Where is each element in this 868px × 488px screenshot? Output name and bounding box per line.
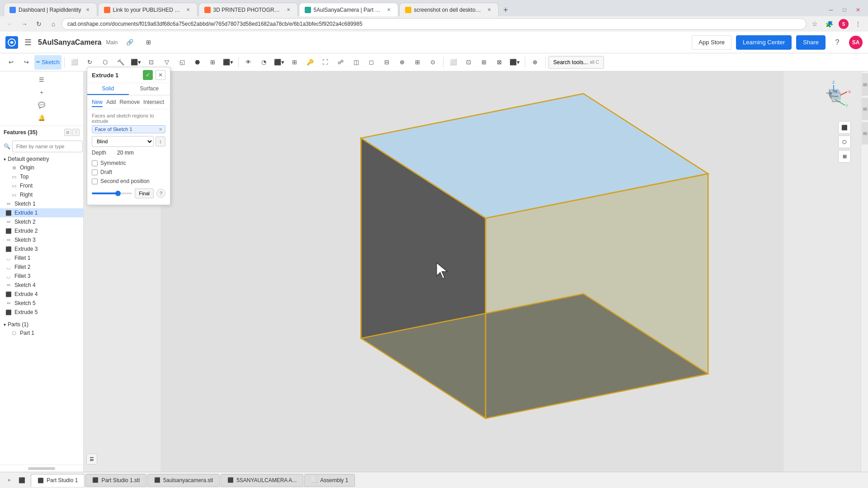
sidebar-scroll-bar[interactable] [0,465,83,472]
bottom-list-button[interactable]: ⬛ [16,475,27,486]
bottom-tab-partstudio1[interactable]: ⬛ Part Studio 1 [31,474,85,487]
tool-btn-23[interactable]: ⊞ [410,55,425,70]
tab-close-1[interactable]: ✕ [84,6,91,13]
right-panel-btn-2[interactable]: ||| [862,98,868,120]
feature-sketch5[interactable]: ✏ Sketch 5 [0,299,83,308]
address-bar[interactable]: cad.onshape.com/documents/f019a63df68c6a… [61,18,807,30]
tool-btn-24[interactable]: ⊙ [426,55,440,70]
dialog-subtab-remove[interactable]: Remove [119,98,140,107]
feature-sketch4[interactable]: ✏ Sketch 4 [0,281,83,290]
feature-fillet2[interactable]: ◡ Fillet 2 [0,263,83,272]
second-end-checkbox[interactable] [92,178,98,184]
method-flip-btn[interactable]: ↕ [156,136,165,146]
sidebar-features-icon[interactable]: ☰ [36,74,47,85]
tool-btn-17[interactable]: ⛶ [318,55,333,70]
window-minimize[interactable]: ─ [825,4,837,16]
back-button[interactable]: ← [4,18,16,30]
tool-btn-14[interactable]: ⬛▾ [272,55,287,70]
feature-fillet1[interactable]: ◡ Fillet 1 [0,253,83,263]
tool-btn-11[interactable]: ⬛▾ [221,55,236,70]
features-collapse-btn[interactable]: ⋮ [72,129,80,136]
search-tools-button[interactable]: Search tools... alt C [548,56,604,69]
bookmark-button[interactable]: ☆ [808,18,821,30]
window-maximize[interactable]: □ [838,4,851,16]
bottom-tab-assembly1[interactable]: ⬜ Assembly 1 [304,474,355,487]
tool-btn-25[interactable]: ⬜ [446,55,461,70]
measure-button[interactable]: ⊕ [528,55,542,70]
feature-sketch2[interactable]: ✏ Sketch 2 [0,217,83,226]
slider-thumb[interactable] [115,191,121,196]
feature-front[interactable]: ▭ Front [0,181,83,190]
tool-btn-15[interactable]: ⊞ [288,55,302,70]
dialog-ok-button[interactable]: ✓ [143,71,153,80]
sidebar-notifications-icon[interactable]: 🔔 [36,112,47,123]
tool-btn-29[interactable]: ⬛▾ [508,55,522,70]
dialog-cancel-button[interactable]: ✕ [156,71,165,80]
app-store-button[interactable]: App Store [692,35,731,50]
feature-group-parts[interactable]: ▾ Parts (1) [0,319,83,328]
dialog-subtab-add[interactable]: Add [106,98,116,107]
extensions-button[interactable]: 🧩 [823,18,835,30]
view-btn-2[interactable]: ⬡ [838,136,851,148]
feature-part1[interactable]: ⬡ Part 1 [0,328,83,338]
tab-close-4[interactable]: ✕ [385,6,392,13]
bottom-tab-partstudio1-stl[interactable]: ⬛ Part Studio 1.stl [85,474,146,487]
link-button[interactable]: 🔗 [123,35,137,50]
final-button[interactable]: Final [135,188,154,198]
viewport-list-btn[interactable]: ☰ [86,454,97,465]
face-chip[interactable]: Face of Sketch 1 ✕ [92,125,165,133]
tool-btn-16[interactable]: 🔑 [303,55,317,70]
browser-tab-5[interactable]: screenshot on dell desktop - Go... ✕ [399,3,499,16]
feature-fillet3[interactable]: ◡ Fillet 3 [0,272,83,281]
face-chip-remove[interactable]: ✕ [159,127,162,132]
window-close[interactable]: ✕ [852,4,864,16]
bottom-tab-5aulsanyacamera[interactable]: ⬛ 5aulsanyacamera.stl [147,474,220,487]
right-panel-btn-3[interactable]: ||| [862,122,868,145]
versions-button[interactable]: ⊞ [142,35,156,50]
tool-btn-1[interactable]: ⬜ [67,55,82,70]
tool-btn-10[interactable]: ⊞ [206,55,220,70]
settings-button[interactable]: ⋮ [852,18,864,30]
features-history-btn[interactable]: ⊙ [64,129,71,136]
tool-btn-8[interactable]: ◱ [175,55,189,70]
orientation-cube[interactable]: X Y Z Top Front Right Bottom [816,80,852,117]
browser-tab-2[interactable]: Link to your PUBLISHED Instruc... ✕ [98,3,198,16]
tool-btn-28[interactable]: ⊠ [492,55,507,70]
feature-sketch1[interactable]: ✏ Sketch 1 [0,199,83,208]
tool-btn-21[interactable]: ⊟ [380,55,394,70]
hamburger-menu[interactable]: ☰ [23,36,33,49]
tool-btn-12[interactable]: 👁 [241,55,256,70]
slider-track[interactable] [92,192,132,194]
dialog-subtab-intersect[interactable]: Intersect [143,98,164,107]
dialog-tab-surface[interactable]: Surface [129,83,170,95]
help-button[interactable]: ? [830,35,844,50]
forward-button[interactable]: → [18,18,31,30]
tab-close-5[interactable]: ✕ [486,6,493,13]
feature-extrude5[interactable]: ⬛ Extrude 5 [0,308,83,317]
feature-group-default[interactable]: ▾ Default geometry [0,154,83,163]
share-button[interactable]: Share [796,35,826,50]
add-tab-button[interactable]: + [4,475,14,486]
feature-sketch3[interactable]: ✏ Sketch 3 [0,235,83,244]
dialog-tab-solid[interactable]: Solid [87,83,129,95]
sidebar-parts-icon[interactable]: + [36,87,47,98]
dialog-subtab-new[interactable]: New [92,98,103,107]
view-btn-3[interactable]: ⊞ [838,150,851,163]
bottom-tab-5sanyaulcamera[interactable]: ⬛ 5SANYAULCAMERA A... [221,474,303,487]
filter-input[interactable] [12,141,83,152]
feature-right[interactable]: ▭ Right [0,190,83,199]
tool-btn-9[interactable]: ⬣ [190,55,205,70]
symmetric-checkbox[interactable] [92,160,98,166]
tool-btn-13[interactable]: ◔ [257,55,271,70]
feature-top[interactable]: ▭ Top [0,172,83,181]
tab-close-2[interactable]: ✕ [184,6,192,13]
browser-tab-4[interactable]: 5AulSanyaCamera | Part Studio 1 ✕ [299,3,398,16]
user-avatar[interactable]: SA [849,36,863,49]
tool-btn-18[interactable]: ☍ [334,55,348,70]
profile-button[interactable]: S [837,18,850,30]
tool-btn-19[interactable]: ◫ [349,55,363,70]
feature-extrude3[interactable]: ⬛ Extrude 3 [0,244,83,253]
feature-extrude4[interactable]: ⬛ Extrude 4 [0,290,83,299]
home-button[interactable]: ⌂ [47,18,60,30]
sidebar-comments-icon[interactable]: 💬 [36,99,47,110]
